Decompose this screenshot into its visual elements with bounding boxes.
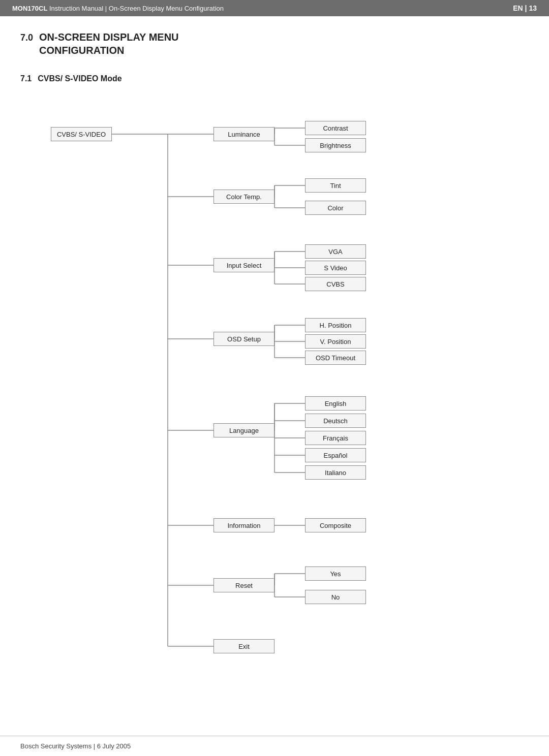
branch-information: Information [214, 518, 274, 532]
leaf-italiano: Italiano [305, 465, 366, 480]
leaf-color: Color [305, 201, 366, 215]
leaf-h-position: H. Position [305, 318, 366, 332]
breadcrumb-text: Instruction Manual | On-Screen Display M… [49, 5, 224, 12]
leaf-tint: Tint [305, 178, 366, 193]
leaf-no: No [305, 590, 366, 604]
leaf-contrast: Contrast [305, 121, 366, 135]
diagram-lines [20, 118, 529, 677]
subsection-number: 7.1 [20, 74, 32, 83]
section-title: ON-SCREEN DISPLAY MENUCONFIGURATION [39, 30, 179, 57]
leaf-vga: VGA [305, 244, 366, 259]
section-number: 7.0 [20, 33, 33, 43]
footer-text: Bosch Security Systems | 6 July 2005 [20, 742, 131, 750]
branch-input-select: Input Select [214, 258, 274, 272]
leaf-francais: Français [305, 431, 366, 445]
leaf-osd-timeout: OSD Timeout [305, 351, 366, 365]
branch-osd-setup: OSD Setup [214, 332, 274, 346]
leaf-english: English [305, 396, 366, 411]
menu-diagram: CVBS/ S-VIDEO Luminance Color Temp. Inpu… [20, 118, 529, 677]
leaf-brightness: Brightness [305, 138, 366, 152]
leaf-composite: Composite [305, 518, 366, 532]
header-bar: MON170CL Instruction Manual | On-Screen … [0, 0, 549, 16]
root-box: CVBS/ S-VIDEO [51, 127, 112, 141]
leaf-svideo: S Video [305, 261, 366, 275]
footer: Bosch Security Systems | 6 July 2005 [0, 736, 549, 756]
page-number: EN | 13 [513, 4, 537, 12]
branch-luminance: Luminance [214, 127, 274, 141]
branch-exit: Exit [214, 639, 274, 653]
subsection-title: CVBS/ S-VIDEO Mode [38, 74, 121, 83]
main-content: 7.0 ON-SCREEN DISPLAY MENUCONFIGURATION … [0, 16, 549, 707]
header-breadcrumb: MON170CL Instruction Manual | On-Screen … [12, 5, 224, 12]
branch-reset: Reset [214, 578, 274, 592]
leaf-yes: Yes [305, 566, 366, 581]
leaf-deutsch: Deutsch [305, 414, 366, 428]
branch-language: Language [214, 423, 274, 437]
leaf-espanol: Español [305, 448, 366, 462]
product-name: MON170CL [12, 5, 47, 12]
branch-color-temp: Color Temp. [214, 190, 274, 204]
leaf-v-position: V. Position [305, 334, 366, 349]
leaf-cvbs: CVBS [305, 277, 366, 291]
